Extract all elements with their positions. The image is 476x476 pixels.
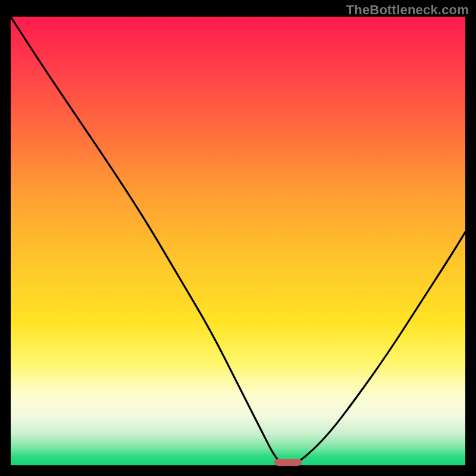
curve-path	[11, 17, 465, 465]
watermark-text: TheBottleneck.com	[346, 2, 469, 18]
chart-frame: TheBottleneck.com	[0, 0, 476, 476]
optimal-range-marker	[274, 459, 302, 466]
bottleneck-curve	[11, 17, 465, 465]
plot-area	[11, 17, 465, 465]
